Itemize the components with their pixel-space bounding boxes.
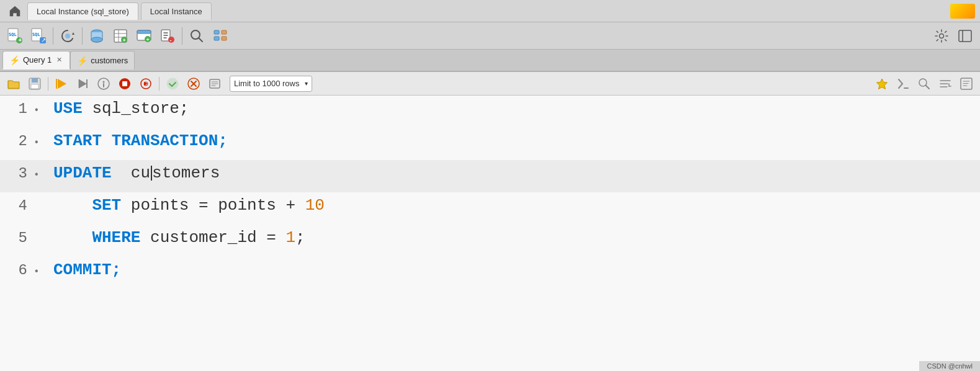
code-line-2[interactable]: 2•START TRANSACTION; [0, 128, 980, 160]
qa-format-button[interactable] [205, 74, 225, 93]
line-number-6: 6 [0, 259, 31, 282]
code-line-1[interactable]: 1•USE sql_store; [0, 96, 980, 128]
search-button[interactable] [186, 25, 208, 47]
qa-sep-2 [159, 77, 160, 91]
qa-execute-selected-button[interactable] [73, 74, 92, 93]
explain-icon [97, 77, 110, 91]
svg-rect-36 [31, 84, 38, 89]
line-number-3: 3 [0, 163, 31, 185]
qa-debug-button[interactable] [136, 74, 156, 93]
code-segment: START [53, 132, 102, 150]
refresh-icon [60, 28, 76, 44]
code-segment [102, 132, 112, 150]
line-code-5: WHERE customer_id = 1; [43, 226, 305, 250]
line-code-6: COMMIT; [43, 258, 121, 282]
editor-container[interactable]: 1•USE sql_store;2•START TRANSACTION;3•UP… [0, 96, 980, 371]
svg-rect-45 [122, 81, 127, 86]
code-line-4[interactable]: 4 SET points = points + 10 [0, 192, 980, 225]
qa-open-file-button[interactable] [4, 74, 24, 93]
code-segment: sql_store; [83, 99, 189, 118]
workbench-settings-button[interactable] [209, 25, 232, 47]
query-tab-1[interactable]: ⚡ Query 1 ✕ [2, 51, 70, 69]
create-view-button[interactable]: + [133, 25, 155, 47]
create-procedure-button[interactable]: - [156, 25, 179, 47]
svg-rect-28 [214, 37, 219, 40]
qa-sep-1 [48, 77, 48, 91]
qa-stop-button[interactable] [115, 74, 135, 93]
stop-icon [118, 77, 132, 91]
query-tab-1-label: Query 1 [23, 55, 52, 65]
refresh-button[interactable] [56, 25, 79, 47]
limit-rows-select[interactable]: Limit to 1000 rows ▾ [230, 76, 312, 92]
query-tabs-bar: ⚡ Query 1 ✕ ⚡ customers [0, 50, 980, 72]
svg-text:SQL: SQL [32, 32, 40, 37]
qa-rollback-button[interactable] [184, 74, 204, 93]
code-line-5[interactable]: 5 WHERE customer_id = 1; [0, 225, 980, 257]
line-code-4: SET points = points + 10 [43, 194, 325, 218]
qa-snippets-button[interactable] [893, 74, 913, 93]
svg-text:+: + [146, 37, 150, 43]
code-segment: ; [295, 228, 305, 247]
line-dot-6: • [31, 264, 43, 279]
limit-rows-label: Limit to 1000 rows [234, 79, 300, 88]
svg-text:SQL: SQL [9, 32, 17, 37]
line-number-2: 2 [0, 130, 31, 153]
limit-arrow-icon: ▾ [305, 80, 308, 87]
qa-toolbar-right [872, 74, 976, 93]
svg-rect-29 [222, 30, 227, 34]
lightning-icon-customers: ⚡ [77, 56, 88, 66]
preferences-button[interactable] [930, 25, 953, 47]
query-tab-customers[interactable]: ⚡ customers [70, 51, 135, 69]
svg-text:-: - [170, 37, 172, 43]
qa-bookmark-button[interactable] [872, 74, 892, 93]
snippets-icon [896, 77, 910, 91]
debug-icon [139, 77, 153, 91]
qa-search-button[interactable] [914, 74, 934, 93]
code-segment: points = points + [121, 196, 305, 215]
svg-line-26 [199, 38, 202, 42]
qa-save-file-button[interactable] [25, 74, 45, 93]
code-segment: 1 [285, 228, 295, 247]
qa-explain-button[interactable] [94, 74, 114, 93]
toolbar-sep-3 [182, 27, 182, 45]
qa-word-wrap-button[interactable] [935, 74, 955, 93]
code-segment: SET [53, 196, 121, 215]
status-text: CSDN @cnhwl [927, 362, 973, 370]
query-tab-1-close[interactable]: ✕ [55, 56, 63, 65]
code-segment: UPDATE [53, 164, 112, 182]
svg-point-9 [65, 34, 70, 38]
commit-icon [166, 77, 179, 91]
sidebar-toggle-button[interactable] [954, 25, 976, 47]
open-sql-file-button[interactable]: SQL ↗ [27, 25, 50, 47]
tab-local-sql-store[interactable]: Local Instance (sql_store) [27, 2, 138, 20]
create-schema-button[interactable] [86, 25, 108, 47]
svg-text:+: + [123, 37, 126, 43]
svg-point-42 [103, 81, 105, 83]
execute-all-icon [55, 77, 68, 91]
execute-selected-icon [76, 77, 89, 91]
code-line-3[interactable]: 3•UPDATE customers [0, 160, 980, 192]
create-table-button[interactable]: + [109, 25, 132, 47]
qa-execute-all-button[interactable] [52, 74, 71, 93]
open-sql-file-icon: SQL ↗ [30, 27, 47, 45]
status-bar: CSDN @cnhwl [919, 361, 980, 371]
create-procedure-icon: - [160, 28, 176, 44]
code-editor[interactable]: 1•USE sql_store;2•START TRANSACTION;3•UP… [0, 96, 980, 371]
code-line-6[interactable]: 6•COMMIT; [0, 257, 980, 289]
home-button[interactable] [5, 2, 25, 20]
code-segment: COMMIT; [53, 261, 121, 279]
svg-marker-39 [79, 79, 86, 88]
tab-local-instance[interactable]: Local Instance [141, 2, 212, 20]
new-sql-file-button[interactable]: SQL + [4, 25, 26, 47]
line-dot-1: • [31, 103, 43, 118]
svg-point-11 [91, 37, 102, 42]
svg-rect-32 [959, 30, 971, 42]
svg-rect-19 [137, 30, 151, 34]
svg-rect-35 [32, 78, 38, 83]
code-segment: USE [53, 99, 83, 118]
line-code-3: UPDATE customers [43, 161, 220, 186]
qa-commit-button[interactable] [163, 74, 182, 93]
qa-output-button[interactable] [956, 74, 976, 93]
find-icon [917, 77, 931, 91]
create-table-icon: + [112, 28, 128, 44]
